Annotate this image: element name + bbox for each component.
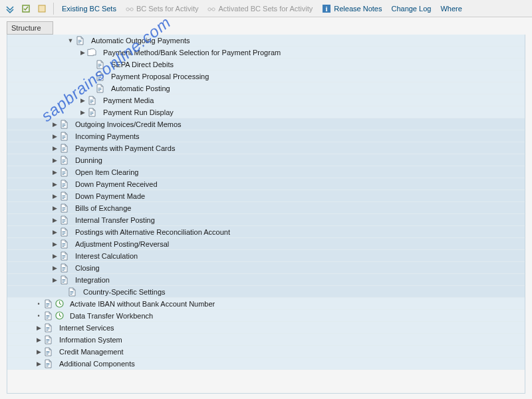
svg-rect-63 [62, 269, 65, 269]
document-icon [75, 36, 84, 45]
tree-item-label: Credit Management [54, 348, 124, 356]
tree-row[interactable]: ▶Outgoing Invoices/Credit Memos [7, 118, 525, 130]
tree-row[interactable]: ▶Bills of Exchange [7, 202, 525, 214]
document-icon [59, 275, 68, 285]
tree-row[interactable]: ▶Internal Transfer Posting [7, 214, 525, 226]
svg-rect-37 [62, 162, 64, 163]
svg-rect-24 [90, 113, 93, 114]
tree-row[interactable]: ▶Information System [7, 334, 525, 346]
svg-rect-11 [98, 64, 101, 65]
tree-row[interactable]: ▶Open Item Clearing [7, 166, 525, 178]
tree-row[interactable]: ▶Down Payment Received [7, 178, 525, 190]
tree-expander-icon[interactable]: ▶ [51, 169, 58, 176]
tree-row[interactable]: Country-Specific Settings [7, 286, 525, 298]
tree-row[interactable]: SEPA Direct Debits [7, 59, 525, 70]
svg-rect-61 [62, 258, 64, 259]
tree-expander-icon[interactable]: ▶ [79, 109, 86, 116]
tree-row[interactable]: •Activate IBAN without Bank Account Numb… [7, 298, 525, 310]
svg-rect-90 [46, 366, 48, 366]
tree-expander-icon[interactable]: ▶ [51, 265, 58, 271]
toolbar-item-label: BC Sets for Activity [136, 5, 199, 13]
tree-expander-icon[interactable]: ▶ [51, 229, 58, 235]
documents-icon [87, 48, 96, 57]
tree-expander-icon[interactable]: ▶ [51, 277, 58, 283]
tree-expander-icon[interactable]: ▶ [51, 205, 58, 211]
tree-row[interactable]: Payment Proposal Processing [7, 70, 525, 82]
tree-expander-icon[interactable]: ▶ [51, 157, 58, 164]
tree-row[interactable]: •Data Transfer Workbench [7, 310, 525, 322]
svg-rect-65 [62, 279, 65, 280]
tree-expander-icon[interactable]: • [35, 313, 42, 319]
tree-item-label: SEPA Direct Debits [106, 61, 174, 68]
tree-expander-icon[interactable]: ▶ [51, 193, 58, 200]
tree-row[interactable]: ▶Payment Run Display [7, 106, 525, 118]
svg-rect-59 [62, 255, 65, 256]
svg-rect-10 [78, 43, 80, 43]
tree-expander-icon[interactable]: ▶ [51, 145, 58, 152]
tree-row[interactable]: ▼Automatic Outgoing Payments [7, 35, 525, 47]
tree-expander-icon[interactable]: ▶ [35, 336, 42, 343]
toolbar-release-notes[interactable]: i Release Notes [318, 3, 386, 15]
document-icon [59, 120, 68, 129]
toolbar-icon-3[interactable] [35, 3, 49, 15]
tree-expander-icon[interactable]: ▶ [79, 49, 86, 56]
toolbar-icon-1[interactable] [3, 3, 17, 15]
tree-item-label: Integration [70, 276, 110, 284]
tree-expander-icon[interactable]: ▶ [51, 253, 58, 259]
toolbar-icon-2[interactable] [19, 3, 33, 15]
document-icon [59, 132, 68, 141]
tree-row[interactable]: ▶Dunning [7, 154, 525, 166]
svg-rect-9 [78, 41, 81, 42]
tree-expander-icon[interactable]: ▶ [35, 360, 42, 367]
tree-expander-icon[interactable]: ▼ [67, 37, 74, 44]
tree-row[interactable]: ▶Credit Management [7, 346, 525, 358]
toolbar-change-log[interactable]: Change Log [387, 3, 435, 14]
svg-rect-12 [98, 65, 101, 66]
tree-row[interactable]: ▶Closing [7, 262, 525, 274]
svg-rect-82 [46, 339, 49, 340]
svg-text:i: i [326, 5, 328, 13]
tree-row[interactable]: ▶Payments with Payment Cards [7, 142, 525, 154]
toolbar-bc-sets-activity[interactable]: BC Sets for Activity [122, 3, 203, 14]
tree-expander-icon[interactable]: ▶ [35, 325, 42, 331]
svg-rect-14 [98, 76, 101, 76]
tree-expander-icon[interactable]: ▶ [51, 217, 58, 223]
tree-expander-icon[interactable]: ▶ [79, 97, 86, 104]
svg-rect-46 [62, 198, 64, 199]
svg-rect-87 [46, 354, 48, 354]
tree-row[interactable]: ▶Adjustment Posting/Reversal [7, 238, 525, 250]
svg-rect-69 [70, 293, 73, 293]
document-icon [95, 84, 104, 93]
svg-rect-48 [62, 209, 65, 209]
svg-rect-40 [62, 174, 64, 175]
tree-row[interactable]: ▶Internet Services [7, 322, 525, 334]
svg-rect-22 [90, 102, 92, 103]
toolbar-existing-bc-sets[interactable]: Existing BC Sets [58, 3, 120, 14]
tree-row[interactable]: ▶Postings with Alternative Reconciliatio… [7, 226, 525, 238]
tree-expander-icon[interactable]: ▶ [51, 241, 58, 247]
tree-expander-icon[interactable]: ▶ [35, 348, 42, 355]
tree-item-label: Bills of Exchange [70, 204, 131, 212]
tree-row[interactable]: ▶Incoming Payments [7, 130, 525, 142]
tree-expander-icon[interactable]: ▶ [51, 121, 58, 128]
svg-rect-1 [39, 5, 45, 12]
document-icon [59, 251, 68, 261]
tree-expander-icon[interactable]: ▶ [51, 133, 58, 140]
tree-row[interactable]: ▶Interest Calculation [7, 250, 525, 262]
toolbar-activated-bc-sets[interactable]: Activated BC Sets for Activity [203, 3, 317, 14]
tree-row[interactable]: ▶Payment Media [7, 94, 525, 106]
tree-expander-icon[interactable]: • [35, 301, 42, 307]
tree-expander-icon[interactable]: ▶ [51, 181, 58, 188]
tree[interactable]: ▼Automatic Outgoing Payments▶Payment Met… [7, 35, 525, 394]
tree-row[interactable]: ▶Additional Components [7, 358, 525, 370]
svg-rect-56 [62, 243, 65, 244]
tree-row[interactable]: ▶Down Payment Made [7, 190, 525, 202]
tree-row[interactable]: ▶Payment Method/Bank Selection for Payme… [7, 47, 525, 59]
toolbar-item-label: Where [440, 5, 462, 13]
document-icon [87, 96, 96, 105]
document-icon [43, 347, 53, 356]
tree-row[interactable]: Automatic Posting [7, 82, 525, 94]
toolbar-where[interactable]: Where [436, 3, 466, 14]
tree-row[interactable]: ▶Integration [7, 274, 525, 286]
document-icon [59, 144, 68, 153]
